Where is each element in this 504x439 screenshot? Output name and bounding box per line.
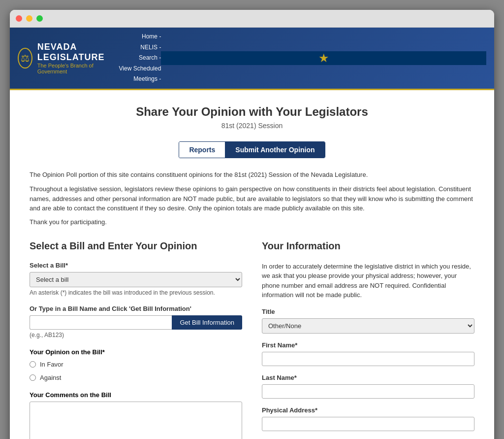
logo-icon: ⚖ [18,48,32,68]
opinion-label: Your Opinion on the Bill* [30,348,242,356]
bill-example-text: (e.g., AB123) [30,332,242,338]
nevada-flag: ★ [161,51,486,65]
page-title: Share Your Opinion with Your Legislators [30,105,474,119]
physical-address-label: Physical Address* [262,406,474,414]
title-label: Title [262,308,474,315]
info-paragraph-2: Throughout a legislative session, legisl… [30,184,474,213]
minimize-dot[interactable] [26,15,32,22]
label-against: Against [40,374,61,381]
select-bill-label: Select a Bill* [30,262,242,269]
opinion-against: Against [30,374,242,381]
last-name-group: Last Name* [262,374,474,399]
nav-links: Home - NELIS - Search - View Scheduled M… [112,32,161,85]
bill-input-row: Get Bill Information [30,315,242,330]
comments-section: Your Comments on the Bill [30,391,242,439]
site-tagline: The People's Branch of Government [37,63,112,74]
right-info-text: In order to accurately determine the leg… [262,262,474,300]
title-group: Title Other/None Mr. Mrs. Ms. Dr. [262,308,474,334]
left-column: Select a Bill and Enter Your Opinion Sel… [30,240,242,439]
logo-text: NEVADA LEGISLATURE The People's Branch o… [37,42,112,74]
nav-search[interactable]: Search - [139,54,161,61]
comments-label: Your Comments on the Bill [30,391,242,399]
first-name-label: First Name* [262,341,474,349]
right-section-title: Your Information [262,240,474,252]
comments-textarea[interactable] [30,402,242,439]
bill-name-input[interactable] [30,315,172,330]
select-bill-dropdown[interactable]: Select a bill [30,272,242,287]
physical-address-input[interactable] [262,417,474,431]
type-bill-label: Or Type in a Bill Name and Click 'Get Bi… [30,305,242,312]
last-name-label: Last Name* [262,374,474,381]
first-name-group: First Name* [262,341,474,366]
titlebar [10,10,494,28]
site-name: NEVADA LEGISLATURE [37,42,112,63]
select-bill-hint: An asterisk (*) indicates the bill was i… [30,289,242,296]
site-header: ⚖ NEVADA LEGISLATURE The People's Branch… [10,28,494,90]
title-dropdown[interactable]: Other/None Mr. Mrs. Ms. Dr. [262,318,474,334]
opinion-in-favor: In Favor [30,361,242,368]
thank-you-text: Thank you for participating. [30,218,474,226]
page-subtitle: 81st (2021) Session [30,122,474,130]
radio-in-favor[interactable] [30,361,36,368]
select-bill-group: Select a Bill* Select a bill An asterisk… [30,262,242,296]
close-dot[interactable] [16,15,22,22]
nav-home[interactable]: Home - [142,33,161,40]
info-paragraph-1: The Opinion Poll portion of this site co… [30,170,474,180]
browser-window: ⚖ NEVADA LEGISLATURE The People's Branch… [10,10,494,439]
label-in-favor: In Favor [40,361,63,368]
physical-address-group: Physical Address* [262,406,474,431]
last-name-input[interactable] [262,384,474,399]
nav-meetings[interactable]: View Scheduled Meetings - [119,65,161,83]
tab-reports[interactable]: Reports [179,142,225,158]
two-column-layout: Select a Bill and Enter Your Opinion Sel… [30,240,474,439]
tab-submit-opinion[interactable]: Submit Another Opinion [225,142,324,158]
first-name-input[interactable] [262,352,474,366]
maximize-dot[interactable] [36,15,43,22]
radio-against[interactable] [30,374,36,381]
main-content: Share Your Opinion with Your Legislators… [10,90,494,439]
nav-nelis[interactable]: NELIS - [140,44,161,51]
left-section-title: Select a Bill and Enter Your Opinion [30,240,242,252]
type-bill-section: Or Type in a Bill Name and Click 'Get Bi… [30,305,242,338]
tab-bar: Reports Submit Another Opinion [179,141,325,158]
logo-area: ⚖ NEVADA LEGISLATURE The People's Branch… [18,42,112,74]
right-column: Your Information In order to accurately … [262,240,474,439]
opinion-section: Your Opinion on the Bill* In Favor Again… [30,348,242,381]
get-bill-button[interactable]: Get Bill Information [172,315,242,330]
